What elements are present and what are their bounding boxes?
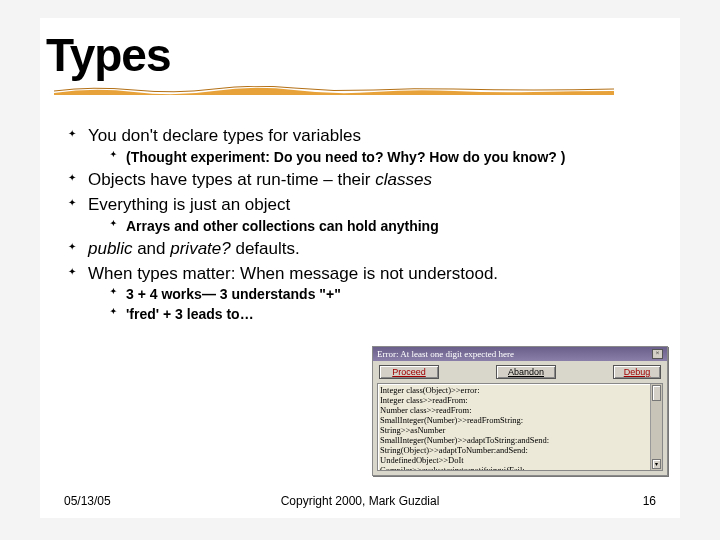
- bullet-3-text: Everything is just an object: [88, 195, 290, 214]
- dialog-button-row: Proceed Abandon Debug: [373, 361, 667, 383]
- scrollbar-thumb[interactable]: [652, 385, 661, 401]
- footer-date: 05/13/05: [64, 494, 111, 508]
- bullet-5b: 'fred' + 3 leads to…: [110, 305, 680, 324]
- bullet-1: You don't declare types for variables (T…: [68, 125, 680, 167]
- proceed-button[interactable]: Proceed: [379, 365, 439, 379]
- abandon-button[interactable]: Abandon: [496, 365, 556, 379]
- stack-trace-list[interactable]: Integer class(Object)>>error: Integer cl…: [377, 383, 663, 471]
- bullet-4: public and private? defaults.: [68, 238, 680, 261]
- dialog-titlebar[interactable]: Error: At least one digit expected here …: [373, 347, 667, 361]
- stack-line[interactable]: Integer class(Object)>>error:: [380, 385, 660, 395]
- scrollbar[interactable]: ▾: [650, 384, 662, 470]
- bullet-5a: 3 + 4 works— 3 understands "+": [110, 285, 680, 304]
- bullet-2: Objects have types at run-time – their c…: [68, 169, 680, 192]
- stack-line[interactable]: String>>asNumber: [380, 425, 660, 435]
- bullet-1a: (Thought experiment: Do you need to? Why…: [110, 148, 680, 167]
- stack-line[interactable]: Integer class>>readFrom:: [380, 395, 660, 405]
- stack-line[interactable]: Number class>>readFrom:: [380, 405, 660, 415]
- bullet-4-em2: private?: [170, 239, 230, 258]
- dialog-title: Error: At least one digit expected here: [377, 349, 514, 359]
- footer: 05/13/05 Copyright 2000, Mark Guzdial 16: [64, 494, 656, 508]
- bullet-2-text: Objects have types at run-time – their: [88, 170, 375, 189]
- bullet-2-em: classes: [375, 170, 432, 189]
- bullet-5-text: When types matter: When message is not u…: [88, 264, 498, 283]
- bullet-1-text: You don't declare types for variables: [88, 126, 361, 145]
- chevron-down-icon[interactable]: ▾: [652, 459, 661, 469]
- footer-copyright: Copyright 2000, Mark Guzdial: [281, 494, 440, 508]
- error-dialog: Error: At least one digit expected here …: [372, 346, 668, 476]
- bullet-5: When types matter: When message is not u…: [68, 263, 680, 325]
- bullet-4-em1: public: [88, 239, 132, 258]
- bullet-4-mid: and: [132, 239, 170, 258]
- bullet-3: Everything is just an object Arrays and …: [68, 194, 680, 236]
- stack-line[interactable]: Compiler>>evaluate:in:to:notifying:ifFai…: [380, 465, 660, 471]
- stack-line[interactable]: SmallInteger(Number)>>readFromString:: [380, 415, 660, 425]
- close-icon[interactable]: ×: [652, 349, 663, 359]
- stack-line[interactable]: UndefinedObject>>DoIt: [380, 455, 660, 465]
- title-underline: [54, 86, 614, 95]
- stack-line[interactable]: SmallInteger(Number)>>adaptToString:andS…: [380, 435, 660, 445]
- slide: Types You don't declare types for variab…: [40, 18, 680, 518]
- stack-line[interactable]: String(Object)>>adaptToNumber:andSend:: [380, 445, 660, 455]
- bullet-3a: Arrays and other collections can hold an…: [110, 217, 680, 236]
- footer-page: 16: [643, 494, 656, 508]
- bullet-list: You don't declare types for variables (T…: [40, 125, 680, 324]
- bullet-4-post: defaults.: [231, 239, 300, 258]
- debug-button[interactable]: Debug: [613, 365, 661, 379]
- slide-title: Types: [40, 18, 680, 82]
